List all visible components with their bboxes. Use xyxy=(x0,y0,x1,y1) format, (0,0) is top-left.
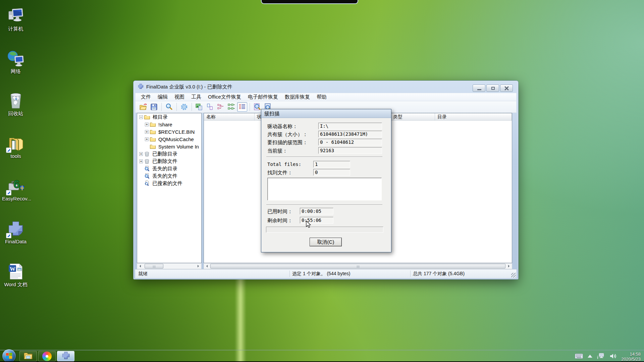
desktop-icon-computer[interactable]: 计算机 xyxy=(2,7,30,32)
dialog-count-label: Total files: xyxy=(267,162,301,167)
recycle-icon xyxy=(144,152,151,157)
tree-item[interactable]: 已搜索的文件 xyxy=(137,180,201,187)
minimize-button[interactable] xyxy=(473,84,485,92)
expand-toggle[interactable]: + xyxy=(139,160,143,163)
network-tray-icon[interactable] xyxy=(597,353,605,359)
toolbar-separator xyxy=(192,103,192,111)
scroll-left-arrow[interactable] xyxy=(204,263,210,269)
toolbar-tree-view-icon[interactable] xyxy=(226,102,236,112)
resize-grip[interactable] xyxy=(511,273,516,278)
toolbar-save-icon[interactable] xyxy=(149,102,159,112)
tree-item[interactable]: +QQMusicCache xyxy=(137,135,201,143)
list-hscrollbar[interactable] xyxy=(204,263,512,269)
shortcut-arrow-icon xyxy=(6,233,11,238)
tree-item-label: $RECYCLE.BIN xyxy=(158,129,195,135)
searchdoc2-icon xyxy=(144,181,151,186)
toolbar-large-icons-view-icon[interactable] xyxy=(194,102,204,112)
tree-item[interactable]: −根目录 xyxy=(137,113,201,121)
tree-item[interactable]: System Volume In xyxy=(137,143,201,150)
desktop-icon-label: 计算机 xyxy=(2,26,30,32)
desktop-icon-easyrecovery[interactable]: 6EasyRecov... xyxy=(2,177,30,201)
dialog-field-value: 0 - 61048612 xyxy=(318,139,382,145)
easyrecovery-icon: 6 xyxy=(7,177,25,195)
dialog-field-value: 61048613(238471M) xyxy=(318,131,382,137)
tree-item[interactable]: +$RECYCLE.BIN xyxy=(137,128,201,135)
maximize-button[interactable] xyxy=(486,84,499,92)
list-hscroll-thumb[interactable] xyxy=(210,264,505,268)
input-method-keyboard-icon[interactable] xyxy=(575,354,583,359)
tree-item[interactable]: 丢失的目录 xyxy=(137,165,201,172)
folder-icon xyxy=(150,129,157,134)
tree-hscrollbar[interactable] xyxy=(137,263,202,269)
mouse-cursor xyxy=(306,221,312,230)
expand-toggle[interactable]: + xyxy=(145,130,149,134)
computer-icon xyxy=(7,7,25,25)
expand-toggle[interactable]: + xyxy=(145,123,149,126)
dialog-field-label: 要扫描的簇范围： xyxy=(267,139,308,146)
column-header-2[interactable]: 类型 xyxy=(391,113,435,120)
close-button[interactable] xyxy=(500,84,513,92)
taskbar-browser-button[interactable] xyxy=(38,351,56,361)
collapse-toggle[interactable]: − xyxy=(139,115,143,119)
separator xyxy=(266,157,382,157)
desktop-icon-label: 网络 xyxy=(2,68,30,74)
desktop-icon-network[interactable]: 网络 xyxy=(2,49,30,74)
status-total: 总共 177 个对象 (5.4GB) xyxy=(413,271,465,277)
window-titlebar[interactable]: FinalData 企业版 v3.0 (I:) - 已删除文件 xyxy=(133,81,518,93)
menu-item-1[interactable]: 编辑 xyxy=(154,93,171,101)
expand-toggle[interactable]: + xyxy=(139,152,143,156)
cancel-button[interactable]: 取消(C) xyxy=(310,238,342,246)
show-hidden-icons-button[interactable] xyxy=(588,355,592,358)
tree-item[interactable]: +已删除文件 xyxy=(137,158,201,165)
toolbar-small-icons-view-icon[interactable] xyxy=(205,102,215,112)
tree-hscroll-thumb[interactable] xyxy=(145,264,163,268)
scroll-left-arrow[interactable] xyxy=(137,263,143,269)
tree-item-label: 根目录 xyxy=(153,114,168,120)
menu-item-0[interactable]: 文件 xyxy=(138,93,154,101)
tree-item[interactable]: +已删除目录 xyxy=(137,150,201,158)
expand-toggle[interactable]: + xyxy=(145,137,149,141)
desktop-icon-word-doc[interactable]: WWord 文档 xyxy=(2,262,30,287)
menu-item-6[interactable]: 数据库恢复 xyxy=(281,93,313,101)
column-header-3[interactable]: 目录 xyxy=(435,113,512,120)
column-header-0[interactable]: 名称 xyxy=(204,113,255,120)
toolbar-search-icon[interactable] xyxy=(164,102,174,112)
toolbar-details-view-icon[interactable] xyxy=(237,102,247,112)
desktop-icon-recycle-bin[interactable]: 回收站 xyxy=(2,92,30,116)
dialog-field-value: 92163 xyxy=(318,147,382,154)
start-button[interactable] xyxy=(2,349,16,362)
menu-item-7[interactable]: 帮助 xyxy=(313,93,330,101)
toolbar-settings-gear-icon[interactable] xyxy=(179,102,189,112)
status-selection: 选定 1 个对象。 (544 bytes) xyxy=(292,271,351,277)
desktop-icon-finaldata[interactable]: FinalData xyxy=(2,220,30,244)
menu-item-3[interactable]: 工具 xyxy=(188,93,205,101)
dialog-time-label: 已用时间： xyxy=(267,208,292,215)
toolbar-open-file-icon[interactable] xyxy=(138,102,148,112)
found-files-listbox[interactable] xyxy=(267,178,382,200)
taskbar-clock[interactable]: 14:58 2020/5/23 xyxy=(621,351,641,362)
minimize-icon xyxy=(477,89,481,90)
cluster-scan-dialog: 簇扫描 驱动器名称：I:\共有簇（大小）：61048613(238471M)要扫… xyxy=(261,109,391,252)
recycle-icon xyxy=(144,159,151,164)
svg-text:W: W xyxy=(10,266,15,272)
toolbar-list-view-icon[interactable] xyxy=(216,102,226,112)
tree-item[interactable]: +!share xyxy=(137,121,201,128)
taskbar-finaldata-button[interactable] xyxy=(57,351,74,361)
dialog-title[interactable]: 簇扫描 xyxy=(261,109,391,118)
taskbar-explorer-button[interactable] xyxy=(19,351,37,361)
scroll-right-arrow[interactable] xyxy=(506,263,512,269)
vm-pulldown-tab[interactable] xyxy=(261,0,358,4)
desktop: 计算机网络回收站tools6EasyRecov...FinalDataWWord… xyxy=(0,0,644,362)
scroll-right-arrow[interactable] xyxy=(196,263,201,269)
searchdoc-icon xyxy=(144,166,151,171)
tree-item-label: System Volume In xyxy=(158,144,199,149)
dialog-field-value: I:\ xyxy=(318,123,382,129)
tree-item[interactable]: 丢失的文件 xyxy=(137,172,201,180)
desktop-icon-tools-folder[interactable]: tools xyxy=(2,134,30,159)
volume-tray-icon[interactable] xyxy=(610,353,616,359)
menu-item-2[interactable]: 视图 xyxy=(171,93,188,101)
folder-tree-panel[interactable]: −根目录+!share+$RECYCLE.BIN+QQMusicCacheSys… xyxy=(137,113,202,263)
folder-icon xyxy=(144,115,151,119)
menu-item-5[interactable]: 电子邮件恢复 xyxy=(245,93,281,101)
menu-item-4[interactable]: Office文件恢复 xyxy=(205,93,245,101)
